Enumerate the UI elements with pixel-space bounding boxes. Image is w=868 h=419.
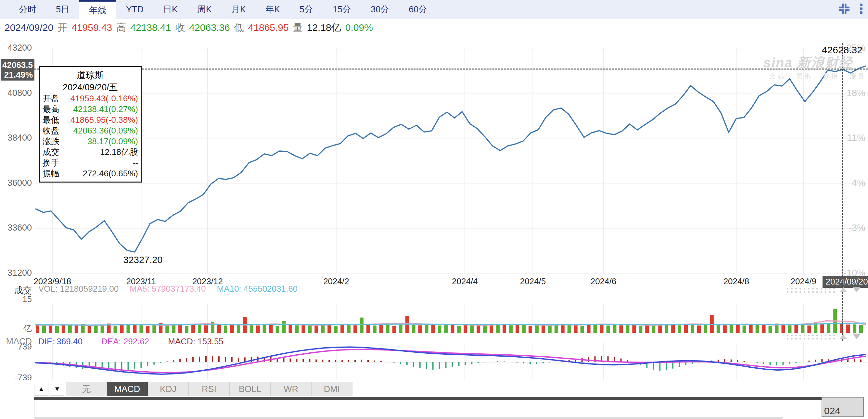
tooltip-row-收盘: 收盘42063.36(0.09%) bbox=[42, 125, 138, 136]
vol-ma10: MA10: 455502031.60 bbox=[217, 284, 298, 294]
current-price-marker: 42063.5 21.49% bbox=[1, 59, 34, 80]
x-axis-label: 2024/8 bbox=[712, 277, 761, 287]
scroll-up-icon[interactable] bbox=[840, 287, 847, 292]
macd-dea: DEA: 292.62 bbox=[101, 336, 149, 347]
y-axis-label: 31200 bbox=[1, 268, 32, 278]
indicator-tab-MACD[interactable]: MACD bbox=[107, 382, 148, 396]
tooltip-date: 2024/09/20/五 bbox=[42, 82, 138, 93]
x-axis-label: 2024/4 bbox=[440, 277, 489, 287]
indicator-tab-无[interactable]: 无 bbox=[66, 382, 107, 396]
crosshair-vertical-line bbox=[842, 43, 843, 341]
vol-ma5: MA5: 579037173.40 bbox=[130, 284, 206, 294]
volume-header: VOL: 1218059219.00 MA5: 579037173.40 MA1… bbox=[38, 284, 298, 294]
y-axis-label: 38400 bbox=[1, 133, 32, 143]
tooltip-row-value: 42063.36(0.09%) bbox=[73, 125, 138, 136]
tooltip-row-开盘: 开盘41959.43(-0.16%) bbox=[42, 93, 138, 104]
sina-watermark: sina 新浪财经 bbox=[764, 54, 853, 72]
pct-axis-label: 4% bbox=[830, 178, 865, 188]
tooltip-row-换手: 换手-- bbox=[42, 158, 138, 168]
navigator-selection-year: 024 bbox=[824, 405, 840, 416]
pct-axis-label: -3% bbox=[830, 223, 865, 233]
quote-tooltip: 道琼斯 2024/09/20/五 开盘41959.43(-0.16%)最高421… bbox=[39, 66, 142, 183]
x-axis-label: 2024/5 bbox=[508, 277, 557, 287]
tooltip-row-value: 41865.95(-0.38%) bbox=[70, 115, 138, 125]
macd-axis-min: -739 bbox=[1, 373, 32, 383]
tooltip-row-最低: 最低41865.95(-0.38%) bbox=[42, 115, 138, 125]
tooltip-row-涨跌: 涨跌38.17(0.09%) bbox=[42, 136, 138, 147]
tooltip-row-value: 41959.43(-0.16%) bbox=[70, 93, 138, 104]
tooltip-row-value: 42138.41(0.27%) bbox=[73, 104, 138, 115]
tooltip-row-value: 38.17(0.09%) bbox=[87, 136, 138, 147]
horizontal-scrollbar[interactable] bbox=[34, 417, 783, 419]
tooltip-row-label: 收盘 bbox=[42, 125, 59, 136]
macd-header: DIF: 369.40 DEA: 292.62 MACD: 153.55 bbox=[38, 336, 223, 347]
tooltip-row-label: 成交 bbox=[42, 147, 59, 158]
marker-price: 42063.5 bbox=[1, 60, 33, 70]
x-axis-label: 2024/2 bbox=[312, 277, 361, 287]
macd-axis-max: 739 bbox=[1, 342, 32, 352]
y-axis-label: 43200 bbox=[1, 43, 32, 53]
marker-pct: 21.49% bbox=[1, 70, 33, 79]
tooltip-row-label: 最高 bbox=[42, 104, 59, 115]
pane-resize-handle-dots[interactable] bbox=[785, 334, 836, 340]
tooltip-row-label: 换手 bbox=[42, 158, 59, 168]
scroll-up-icon[interactable] bbox=[840, 334, 847, 339]
x-axis-label: 2024/6 bbox=[579, 277, 628, 287]
navigator-top-bar bbox=[34, 397, 822, 400]
volume-axis-max: 15 bbox=[1, 294, 32, 304]
tooltip-row-value: 272.46(0.65%) bbox=[83, 168, 138, 179]
vol-value: VOL: 1218059219.00 bbox=[38, 284, 119, 294]
indicator-tab-KDJ[interactable]: KDJ bbox=[148, 382, 189, 396]
tooltip-title: 道琼斯 bbox=[42, 69, 138, 82]
scroll-down-icon[interactable] bbox=[852, 333, 861, 339]
sina-watermark-tagline: 交易 · 资讯 · 数据 · 服务 bbox=[769, 71, 866, 80]
macd-dif: DIF: 369.40 bbox=[38, 336, 83, 347]
stock-chart-app: 分时5日年线YTD日K周K月K年K5分15分30分60分 2024/09/20 … bbox=[0, 0, 868, 419]
x-axis-label: 2024/9 bbox=[779, 277, 828, 287]
y-axis-label: 40800 bbox=[1, 88, 32, 98]
indicator-tab-DMI[interactable]: DMI bbox=[312, 382, 352, 396]
chart-overlay: 4320025%4080018%3840011%360004%33600-3%3… bbox=[0, 0, 868, 419]
scroll-down-icon[interactable] bbox=[852, 287, 861, 292]
period-low-label: 32327.20 bbox=[111, 255, 176, 265]
y-axis-label: 36000 bbox=[1, 178, 32, 188]
navigator-selection-window[interactable]: 024 bbox=[822, 397, 864, 417]
macd-value: MACD: 153.55 bbox=[168, 336, 223, 347]
indicator-tab-BOLL[interactable]: BOLL bbox=[230, 382, 271, 396]
tooltip-row-成交: 成交12.18亿股 bbox=[42, 147, 138, 158]
pane-collapse-button[interactable]: ▼ bbox=[50, 382, 64, 396]
indicator-tabbar: 无MACDKDJRSIBOLLWRDMI bbox=[66, 382, 352, 396]
indicator-tab-RSI[interactable]: RSI bbox=[189, 382, 230, 396]
tooltip-row-label: 涨跌 bbox=[42, 136, 59, 147]
pct-axis-label: 11% bbox=[830, 132, 865, 143]
tooltip-row-value: 12.18亿股 bbox=[100, 147, 138, 158]
tooltip-row-label: 开盘 bbox=[42, 93, 59, 104]
volume-axis-unit: 亿 bbox=[1, 323, 32, 334]
pane-resize-handle-dots[interactable] bbox=[785, 287, 836, 293]
y-axis-label: 33600 bbox=[1, 223, 32, 233]
tooltip-row-value: -- bbox=[132, 158, 138, 168]
tooltip-row-label: 最低 bbox=[42, 115, 59, 125]
tooltip-row-最高: 最高42138.41(0.27%) bbox=[42, 104, 138, 115]
crosshair-price-line bbox=[34, 68, 868, 69]
pane-expand-button[interactable]: ▲ bbox=[34, 382, 49, 396]
indicator-tab-WR[interactable]: WR bbox=[271, 382, 312, 396]
tooltip-row-振幅: 振幅272.46(0.65%) bbox=[42, 168, 138, 179]
pct-axis-label: 18% bbox=[830, 88, 865, 98]
tooltip-row-label: 振幅 bbox=[42, 168, 59, 179]
x-axis-crosshair-date: 2024/09/20 bbox=[823, 276, 868, 288]
